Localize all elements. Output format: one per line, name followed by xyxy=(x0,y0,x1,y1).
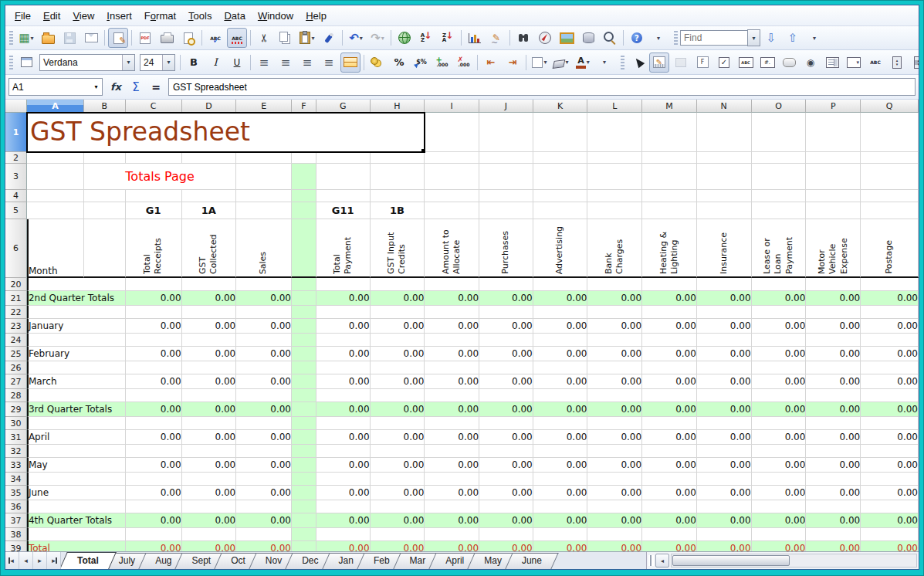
cell-P33[interactable]: 0.00 xyxy=(806,458,861,473)
cell-H34[interactable] xyxy=(371,473,425,486)
cell-G31[interactable]: 0.00 xyxy=(316,430,371,445)
cell-A34[interactable] xyxy=(27,473,126,486)
cell-A6[interactable]: Month xyxy=(27,219,84,278)
cell-F25[interactable] xyxy=(292,347,316,361)
cell-F27[interactable] xyxy=(292,374,316,389)
cell-L31[interactable]: 0.00 xyxy=(587,430,642,445)
cell-E21[interactable]: 0.00 xyxy=(236,291,292,306)
find-previous-icon[interactable]: ⇧ xyxy=(783,28,803,48)
cell-G27[interactable]: 0.00 xyxy=(316,374,371,389)
cell-A26[interactable] xyxy=(27,361,126,374)
cell-I39[interactable]: 0.00 xyxy=(425,541,479,551)
cell-G20[interactable] xyxy=(316,278,371,291)
cell-B2[interactable] xyxy=(84,152,126,164)
cell-N31[interactable]: 0.00 xyxy=(697,430,752,445)
cell-K6[interactable]: Advertising xyxy=(533,219,588,278)
cell-A30[interactable] xyxy=(27,417,126,430)
cell-G25[interactable]: 0.00 xyxy=(316,347,371,361)
cell-J2[interactable] xyxy=(479,152,533,164)
cell-P23[interactable]: 0.00 xyxy=(806,319,861,334)
scrollbar-control-icon[interactable]: ▴ ▾ xyxy=(909,53,919,73)
row-header-29[interactable]: 29 xyxy=(5,402,27,417)
cell-P3[interactable] xyxy=(806,164,861,190)
cell-C38[interactable] xyxy=(126,528,182,541)
decrease-indent-icon[interactable]: ⇤ xyxy=(481,53,501,73)
cell-E35[interactable]: 0.00 xyxy=(236,486,292,500)
cell-H31[interactable]: 0.00 xyxy=(371,430,425,445)
row-header-26[interactable]: 26 xyxy=(5,361,27,374)
cell-C4[interactable] xyxy=(126,190,182,202)
menu-view[interactable]: View xyxy=(66,8,100,24)
cell-K30[interactable] xyxy=(533,417,588,430)
cell-G29[interactable]: 0.00 xyxy=(316,402,371,417)
cell-L25[interactable]: 0.00 xyxy=(587,347,642,361)
cell-Q38[interactable] xyxy=(861,528,919,541)
cell-O24[interactable] xyxy=(752,334,807,347)
cell-E22[interactable] xyxy=(236,306,292,319)
cell-E3[interactable] xyxy=(236,164,292,190)
cell-E25[interactable]: 0.00 xyxy=(236,347,292,361)
menu-insert[interactable]: Insert xyxy=(100,8,138,24)
cell-J28[interactable] xyxy=(479,389,533,402)
cell-D30[interactable] xyxy=(182,417,237,430)
cell-D2[interactable] xyxy=(182,152,237,164)
cell-D23[interactable]: 0.00 xyxy=(182,319,237,334)
navigator-icon[interactable] xyxy=(535,28,555,48)
data-sources-icon[interactable] xyxy=(578,28,598,48)
cell-O28[interactable] xyxy=(752,389,807,402)
formula-input[interactable] xyxy=(169,79,915,95)
cell-C32[interactable] xyxy=(126,445,182,458)
cell-A28[interactable] xyxy=(27,389,126,402)
cell-L29[interactable]: 0.00 xyxy=(587,402,642,417)
cell-O5[interactable] xyxy=(752,202,807,219)
cell-A4[interactable] xyxy=(27,190,84,202)
column-header-O[interactable]: O xyxy=(752,100,807,113)
cell-C22[interactable] xyxy=(126,306,182,319)
cell-O23[interactable]: 0.00 xyxy=(752,319,807,334)
cell-K36[interactable] xyxy=(533,500,588,513)
cell-F20[interactable] xyxy=(292,278,316,291)
cell-N21[interactable]: 0.00 xyxy=(697,291,752,306)
scroll-left-icon[interactable]: ◂ xyxy=(655,554,669,568)
cell-Q1[interactable] xyxy=(861,113,919,152)
cell-F32[interactable] xyxy=(292,445,316,458)
cell-I38[interactable] xyxy=(425,528,479,541)
background-color-icon[interactable]: ▾ xyxy=(551,53,571,73)
find-next-icon[interactable]: ⇩ xyxy=(761,28,781,48)
cell-H22[interactable] xyxy=(371,306,425,319)
cell-M26[interactable] xyxy=(642,361,697,374)
borders-icon[interactable]: ▾ xyxy=(530,53,550,73)
cell-P21[interactable]: 0.00 xyxy=(806,291,861,306)
cell-I32[interactable] xyxy=(425,445,479,458)
cell-K2[interactable] xyxy=(533,152,588,164)
cell-F31[interactable] xyxy=(292,430,316,445)
cell-A1[interactable]: GST Spreadsheet xyxy=(27,113,425,152)
cell-C6[interactable]: Total Receipts xyxy=(126,219,182,278)
cell-A39[interactable]: Total xyxy=(27,541,126,551)
cell-I4[interactable] xyxy=(425,190,479,202)
spellcheck-icon[interactable]: ABC xyxy=(205,28,225,48)
cell-N39[interactable]: 0.00 xyxy=(697,541,752,551)
cell-L6[interactable]: Bank Charges xyxy=(587,219,642,278)
cell-E33[interactable]: 0.00 xyxy=(236,458,292,473)
cell-F22[interactable] xyxy=(292,306,316,319)
cell-O38[interactable] xyxy=(752,528,807,541)
cell-P22[interactable] xyxy=(806,306,861,319)
column-header-H[interactable]: H xyxy=(371,100,425,113)
cell-L23[interactable]: 0.00 xyxy=(587,319,642,334)
cell-K21[interactable]: 0.00 xyxy=(533,291,588,306)
sheet-nav-next-icon[interactable]: ▸ xyxy=(33,552,47,569)
cell-L38[interactable] xyxy=(587,528,642,541)
formula-icon[interactable]: = xyxy=(147,78,165,97)
cell-G32[interactable] xyxy=(316,445,371,458)
cell-J34[interactable] xyxy=(479,473,533,486)
cell-C37[interactable]: 0.00 xyxy=(126,513,182,528)
cell-L24[interactable] xyxy=(587,334,642,347)
cell-L34[interactable] xyxy=(587,473,642,486)
cell-A23[interactable]: January xyxy=(27,319,126,334)
cell-Q29[interactable]: 0.00 xyxy=(861,402,919,417)
undo-icon[interactable]: ↶▾ xyxy=(346,28,366,48)
cell-E31[interactable]: 0.00 xyxy=(236,430,292,445)
cell-F29[interactable] xyxy=(292,402,316,417)
zoom-icon[interactable] xyxy=(600,28,620,48)
